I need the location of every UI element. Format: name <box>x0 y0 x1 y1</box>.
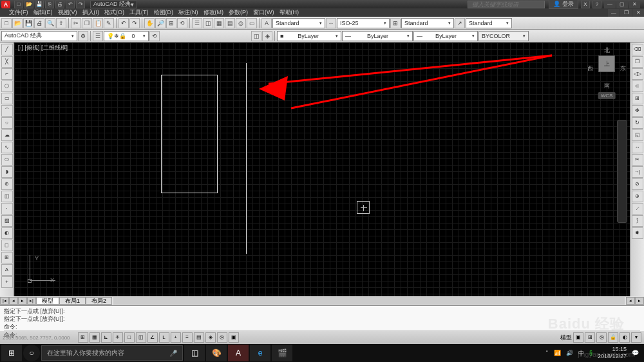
layer-combo[interactable]: 💡❄🔒 0 <box>104 31 149 41</box>
app-paint-icon[interactable]: 🎨 <box>206 345 227 361</box>
new-icon[interactable]: □ <box>1 18 12 28</box>
layer-iso-icon[interactable]: ◈ <box>262 31 272 41</box>
status-r5-icon[interactable]: ◐ <box>620 332 630 343</box>
join-icon[interactable]: ⊕ <box>632 191 643 202</box>
help-icon[interactable]: ? <box>592 1 601 8</box>
maximize-button[interactable]: ▢ <box>616 1 628 8</box>
view-cube[interactable]: 北 西 东 上 南 WCS <box>587 46 626 99</box>
annoscale-icon[interactable]: 🔒 <box>608 332 618 343</box>
model-space-label[interactable]: 模型 <box>560 334 572 342</box>
tray-notifications-icon[interactable]: 💬 <box>632 350 639 356</box>
xline-icon[interactable]: ╳ <box>1 56 13 68</box>
grid-icon[interactable]: ▦ <box>90 332 100 343</box>
tab-last-icon[interactable]: ▸| <box>27 297 36 305</box>
menu-tools[interactable]: 工具(T) <box>129 8 149 17</box>
help-search-input[interactable] <box>468 1 545 8</box>
app-movies-icon[interactable]: 🎬 <box>272 345 292 361</box>
match-icon[interactable]: ✎ <box>104 18 114 28</box>
save-icon[interactable]: 💾 <box>23 18 33 28</box>
tab-model[interactable]: 模型 <box>36 297 59 305</box>
redo-icon[interactable]: ↷ <box>129 18 140 28</box>
ducs-icon[interactable]: L <box>159 332 169 343</box>
trim-icon[interactable]: ✂ <box>632 154 643 166</box>
menu-insert[interactable]: 插入(I) <box>82 8 100 17</box>
rotate-icon[interactable]: ↻ <box>632 117 643 129</box>
menu-draw[interactable]: 绘图(D) <box>154 8 174 17</box>
workspace-combo[interactable]: AutoCAD 经典 <box>1 31 77 41</box>
revcloud-icon[interactable]: ☁ <box>1 129 13 141</box>
doc-close-button[interactable]: ✕ <box>632 9 644 17</box>
tray-volume-icon[interactable]: 🔊 <box>566 350 573 356</box>
open-icon[interactable]: 📂 <box>12 18 23 28</box>
menu-dimension[interactable]: 标注(N) <box>178 8 198 17</box>
arc-icon[interactable]: ⌒ <box>1 105 13 117</box>
fillet-icon[interactable]: ⟆ <box>632 215 643 227</box>
navigation-bar[interactable] <box>617 120 627 223</box>
menu-file[interactable]: 文件(F) <box>9 8 28 17</box>
osnap-icon[interactable]: □ <box>124 332 135 343</box>
tab-next-icon[interactable]: ▸ <box>18 297 27 305</box>
rectangle-icon[interactable]: ▭ <box>1 93 13 104</box>
qat-saveas-icon[interactable]: ⎘ <box>45 1 54 8</box>
explode-icon[interactable]: ✸ <box>632 227 643 239</box>
zoom-rt-icon[interactable]: 🔎 <box>155 18 166 28</box>
pan-icon[interactable]: ✋ <box>144 18 155 28</box>
menu-parametric[interactable]: 参数(P) <box>229 8 248 17</box>
move-icon[interactable]: ✥ <box>632 105 643 117</box>
region-icon[interactable]: ◻ <box>1 240 13 251</box>
tray-app-icon[interactable]: § <box>589 350 592 356</box>
menu-edit[interactable]: 编辑(E) <box>33 8 53 17</box>
sc-icon[interactable]: ◎ <box>217 332 227 343</box>
coordinates-display[interactable]: 2589.5065, 502.7797, 0.0000 <box>3 335 70 341</box>
otrack-icon[interactable]: ∠ <box>147 332 158 343</box>
erase-icon[interactable]: ⌫ <box>632 44 643 55</box>
quickcalc-icon[interactable]: ▭ <box>247 18 257 28</box>
textstyle-icon[interactable]: A <box>261 18 272 28</box>
minimize-button[interactable]: — <box>604 1 616 8</box>
addselected-icon[interactable]: + <box>1 276 13 288</box>
offset-icon[interactable]: ⊂ <box>632 81 643 92</box>
qat-save-icon[interactable]: 💾 <box>35 1 44 8</box>
ortho-icon[interactable]: ⊾ <box>101 332 111 343</box>
status-r2-icon[interactable]: ⊞ <box>585 332 595 343</box>
workspace-selector[interactable]: AutoCAD 经典 ▾ <box>90 1 137 8</box>
3dosnap-icon[interactable]: ◫ <box>136 332 146 343</box>
polygon-icon[interactable]: ⬡ <box>1 81 13 92</box>
zoom-win-icon[interactable]: ⊞ <box>166 18 176 28</box>
doc-restore-button[interactable]: ❐ <box>620 9 632 17</box>
dyn-icon[interactable]: + <box>171 332 181 343</box>
status-r6-icon[interactable]: ▾ <box>631 332 641 343</box>
qat-new-icon[interactable]: □ <box>14 1 23 8</box>
h-scrollbar[interactable] <box>113 297 625 305</box>
tab-prev-icon[interactable]: ◂ <box>9 297 18 305</box>
tab-layout1[interactable]: 布局1 <box>59 297 86 305</box>
plot-icon[interactable]: 🖨 <box>34 18 44 28</box>
qat-redo-icon[interactable]: ↷ <box>76 1 85 8</box>
point-icon[interactable]: · <box>1 203 13 214</box>
menu-format[interactable]: 格式(O) <box>104 8 124 17</box>
gradient-icon[interactable]: ◐ <box>1 227 13 239</box>
chamfer-icon[interactable]: ⟋ <box>632 203 643 214</box>
clock[interactable]: 15:15 2018/12/27 <box>598 346 627 360</box>
qat-print-icon[interactable]: 🖨 <box>55 1 64 8</box>
polar-icon[interactable]: ✳ <box>113 332 123 343</box>
paste-icon[interactable]: 📋 <box>93 18 103 28</box>
close-button[interactable]: ✕ <box>629 1 640 8</box>
break-icon[interactable]: ⊘ <box>632 178 643 190</box>
spline-icon[interactable]: ∿ <box>1 142 13 153</box>
tray-network-icon[interactable]: 📶 <box>554 350 561 356</box>
designcenter-icon[interactable]: ◫ <box>203 18 213 28</box>
menu-modify[interactable]: 修改(M) <box>204 8 224 17</box>
dim-style-combo[interactable]: ISO-25 <box>337 18 390 28</box>
qp-icon[interactable]: ◈ <box>205 332 216 343</box>
taskview-icon[interactable]: ◫ <box>184 345 205 361</box>
linetype-combo[interactable]: — ByLayer <box>342 31 413 41</box>
menu-help[interactable]: 帮助(H) <box>279 8 299 17</box>
properties-icon[interactable]: ☰ <box>192 18 202 28</box>
layer-prev-icon[interactable]: ⟲ <box>149 31 160 41</box>
scroll-left-icon[interactable]: ◂ <box>626 297 635 305</box>
layer-manager-icon[interactable]: ☰ <box>93 31 103 41</box>
block-icon[interactable]: ◫ <box>1 191 13 202</box>
tab-layout2[interactable]: 布局2 <box>86 297 112 305</box>
lwt-icon[interactable]: ≡ <box>182 332 193 343</box>
